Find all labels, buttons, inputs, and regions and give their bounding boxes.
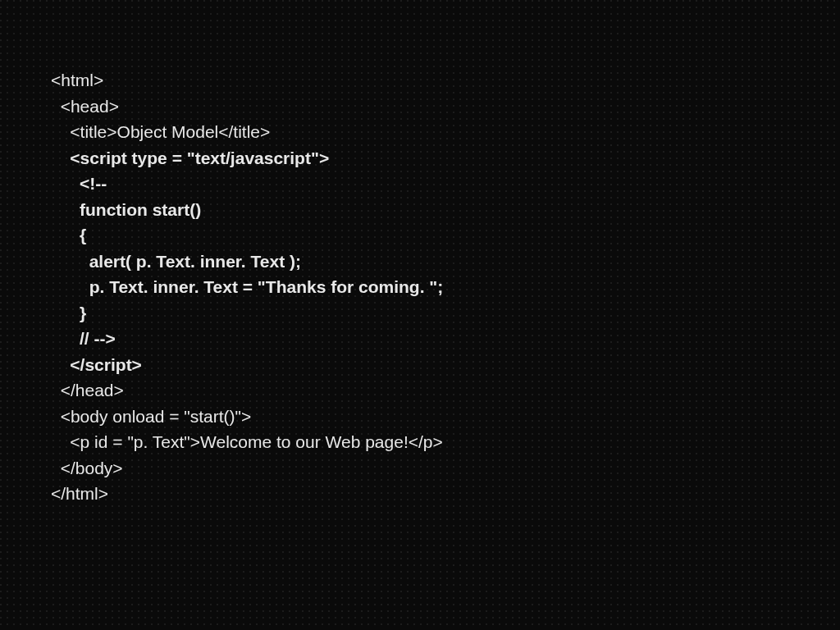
code-slide: <html> <head> <title>Object Model</title… [51,67,840,507]
code-line: { [51,222,840,249]
code-line: </html> [51,481,840,507]
code-line: <html> [51,67,840,94]
code-line: <body onload = "start()"> [51,404,840,430]
code-line: </body> [51,455,840,482]
code-line: <script type = "text/javascript"> [51,145,840,171]
code-line: <title>Object Model</title> [51,119,840,145]
code-line: </head> [51,377,840,404]
code-line: alert( p. Text. inner. Text ); [51,249,840,275]
code-line: <head> [51,94,840,120]
code-line: <p id = "p. Text">Welcome to our Web pag… [51,429,840,455]
code-line: <!-- [51,171,840,197]
code-line: </script> [51,352,840,378]
code-line: } [51,300,840,326]
code-line: function start() [51,197,840,223]
code-line: p. Text. inner. Text = "Thanks for comin… [51,274,840,300]
code-line: // --> [51,326,840,352]
